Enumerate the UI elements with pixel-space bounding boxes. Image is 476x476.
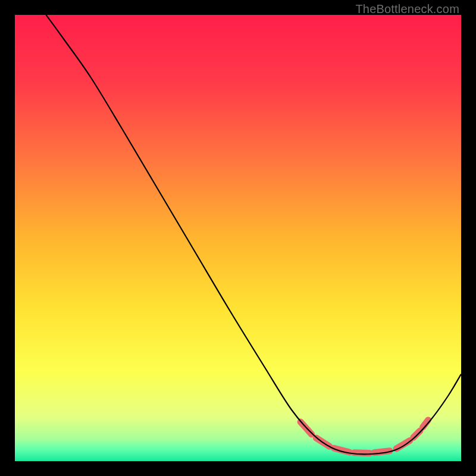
highlight-pill [354,453,369,453]
chart-frame: TheBottleneck.com [0,0,476,476]
plot-area [15,15,461,461]
gradient-background [15,15,461,461]
attribution-text: TheBottleneck.com [355,2,459,16]
bottleneck-chart [15,15,461,461]
